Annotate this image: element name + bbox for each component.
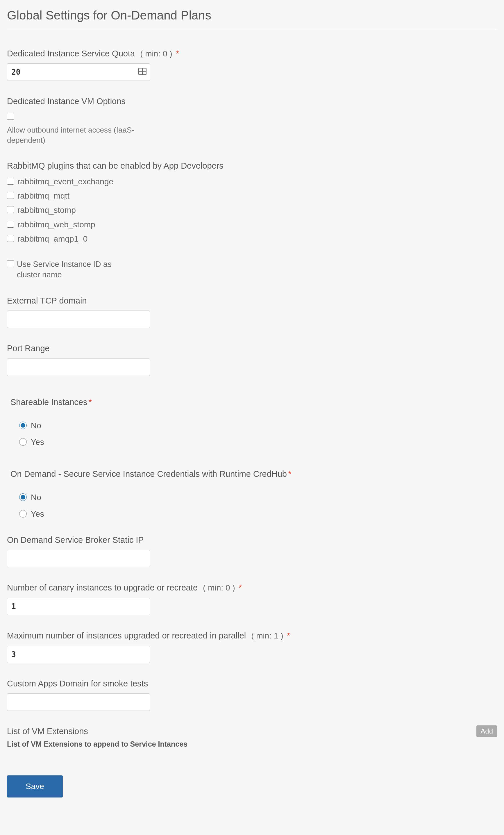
- add-button[interactable]: Add: [476, 726, 497, 737]
- save-button[interactable]: Save: [7, 775, 63, 797]
- required-indicator: *: [239, 583, 242, 592]
- port-range-input[interactable]: [7, 359, 150, 376]
- quota-label-text: Dedicated Instance Service Quota: [7, 49, 135, 58]
- quota-input[interactable]: [7, 63, 150, 81]
- plugin-label: rabbitmq_amqp1_0: [17, 233, 87, 245]
- shareable-radio-no[interactable]: [19, 422, 27, 429]
- vm-extensions-label: List of VM Extensions: [7, 726, 187, 737]
- shareable-label-text: Shareable Instances: [10, 398, 87, 407]
- credhub-radio-no[interactable]: [19, 493, 27, 501]
- shareable-yes-label: Yes: [31, 436, 44, 448]
- shareable-label: Shareable Instances*: [10, 396, 497, 408]
- tcp-domain-label: External TCP domain: [7, 295, 497, 307]
- vm-outbound-label: Allow outbound internet access (IaaS-dep…: [7, 125, 135, 145]
- required-indicator: *: [288, 469, 291, 478]
- plugin-row: rabbitmq_stomp: [7, 204, 497, 216]
- divider: [7, 30, 497, 30]
- canary-label: Number of canary instances to upgrade or…: [7, 582, 497, 594]
- static-ip-input[interactable]: [7, 550, 150, 567]
- port-range-label: Port Range: [7, 343, 497, 354]
- plugin-label: rabbitmq_stomp: [17, 204, 76, 216]
- cluster-name-checkbox[interactable]: [7, 260, 14, 267]
- credhub-no-label: No: [31, 492, 41, 503]
- plugin-checkbox-mqtt[interactable]: [7, 192, 14, 199]
- quota-label: Dedicated Instance Service Quota ( min: …: [7, 48, 497, 60]
- required-indicator: *: [88, 398, 91, 407]
- plugin-row: rabbitmq_web_stomp: [7, 219, 497, 230]
- plugin-label: rabbitmq_mqtt: [17, 190, 69, 202]
- vm-outbound-checkbox[interactable]: [7, 113, 14, 120]
- parallel-label: Maximum number of instances upgraded or …: [7, 630, 497, 641]
- plugin-checkbox-stomp[interactable]: [7, 206, 14, 213]
- canary-hint: ( min: 0 ): [203, 583, 235, 592]
- vm-extensions-sub: List of VM Extensions to append to Servi…: [7, 739, 187, 749]
- required-indicator: *: [176, 49, 179, 58]
- plugin-label: rabbitmq_web_stomp: [17, 219, 95, 230]
- plugin-checkbox-web-stomp[interactable]: [7, 221, 14, 228]
- credhub-radio-yes[interactable]: [19, 510, 27, 517]
- vm-options-label: Dedicated Instance VM Options: [7, 95, 497, 107]
- canary-label-text: Number of canary instances to upgrade or…: [7, 583, 198, 592]
- required-indicator: *: [287, 631, 290, 640]
- plugin-checkbox-amqp10[interactable]: [7, 235, 14, 242]
- tcp-domain-input[interactable]: [7, 310, 150, 328]
- credhub-label-text: On Demand - Secure Service Instance Cred…: [10, 469, 287, 478]
- page-title: Global Settings for On-Demand Plans: [7, 7, 497, 24]
- parallel-label-text: Maximum number of instances upgraded or …: [7, 631, 246, 640]
- parallel-hint: ( min: 1 ): [251, 631, 283, 640]
- smoke-domain-label: Custom Apps Domain for smoke tests: [7, 678, 497, 690]
- plugins-label: RabbitMQ plugins that can be enabled by …: [7, 160, 497, 172]
- credhub-label: On Demand - Secure Service Instance Cred…: [10, 468, 497, 480]
- shareable-radio-yes[interactable]: [19, 438, 27, 446]
- smoke-domain-input[interactable]: [7, 693, 150, 711]
- quota-hint: ( min: 0 ): [140, 49, 172, 58]
- plugin-label: rabbitmq_event_exchange: [17, 176, 113, 187]
- plugin-row: rabbitmq_event_exchange: [7, 176, 497, 187]
- plugin-row: rabbitmq_mqtt: [7, 190, 497, 202]
- canary-input[interactable]: [7, 598, 150, 615]
- cluster-name-label: Use Service Instance ID as cluster name: [17, 259, 135, 280]
- credhub-yes-label: Yes: [31, 508, 44, 520]
- parallel-input[interactable]: [7, 646, 150, 663]
- static-ip-label: On Demand Service Broker Static IP: [7, 534, 497, 546]
- plugin-checkbox-event-exchange[interactable]: [7, 178, 14, 185]
- plugin-row: rabbitmq_amqp1_0: [7, 233, 497, 245]
- shareable-no-label: No: [31, 420, 41, 431]
